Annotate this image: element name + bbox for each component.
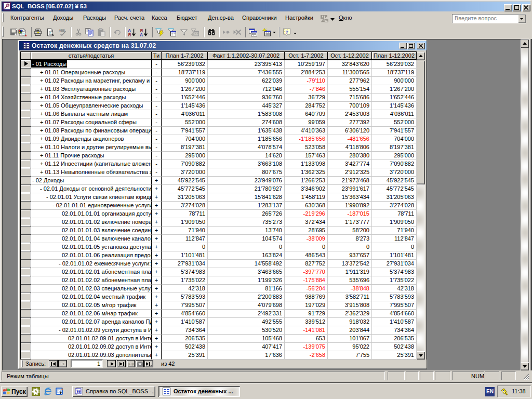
svg-text:АБВ: АБВ xyxy=(59,29,65,32)
svg-text:Я: Я xyxy=(128,32,131,36)
svg-text:W: W xyxy=(76,389,82,394)
svg-text:?: ? xyxy=(286,30,289,35)
svg-text:А: А xyxy=(140,32,143,36)
